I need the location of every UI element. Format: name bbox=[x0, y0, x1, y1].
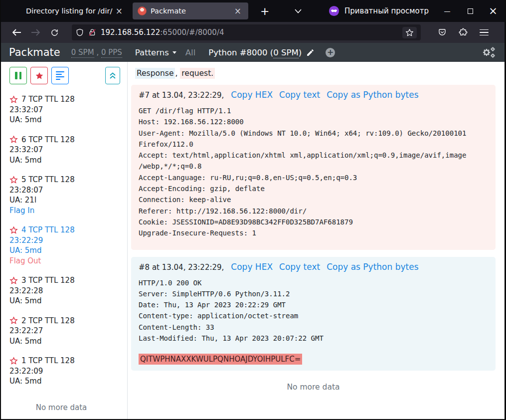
stream-detail-pane: Response, request. #7 at 13.04, 23:22:29… bbox=[128, 62, 505, 419]
edit-pencil-icon[interactable] bbox=[306, 48, 315, 57]
add-service-button[interactable]: + bbox=[326, 48, 335, 57]
flag-match-line: QITWPHNAXXKWULPQNHOAJDYOIHPULFC= bbox=[139, 355, 488, 364]
star-icon bbox=[35, 71, 44, 80]
new-tab-button[interactable]: + bbox=[256, 5, 273, 17]
window-minimize-button[interactable]: — bbox=[436, 0, 459, 22]
settings-gears-icon[interactable] bbox=[482, 46, 497, 58]
packet-list-item[interactable]: 2 TCP TTL 128 23:22:27 UA: 5md bbox=[9, 316, 127, 347]
pocket-icon[interactable] bbox=[434, 25, 451, 40]
collapse-all-button[interactable] bbox=[105, 67, 120, 84]
tab-title: Packmate bbox=[151, 7, 232, 15]
extensions-puzzle-icon[interactable] bbox=[455, 25, 472, 40]
tab-packmate[interactable]: Packmate × bbox=[133, 2, 248, 19]
app-brand[interactable]: Packmate bbox=[9, 46, 60, 58]
url-text[interactable]: 192.168.56.122:65000/#/8000/4 bbox=[101, 28, 398, 37]
packet-list-item[interactable]: 5 TCP TTL 128 23:28:07 UA: 21l Flag In bbox=[9, 175, 127, 215]
private-mask-icon bbox=[329, 5, 339, 16]
packet-header: #8 at 13.04, 23:22:29, bbox=[139, 263, 224, 272]
url-bar[interactable]: 192.168.56.122:65000/#/8000/4 bbox=[72, 24, 421, 40]
forward-button[interactable] bbox=[27, 25, 44, 40]
packet-ua: UA: 5md bbox=[9, 336, 127, 347]
packet-time: 23:22:28 bbox=[9, 286, 127, 296]
favorite-star-icon[interactable] bbox=[9, 357, 18, 365]
packet-time: 23:22:09 bbox=[9, 366, 127, 377]
list-icon bbox=[56, 71, 64, 80]
chevron-down-icon bbox=[172, 51, 176, 54]
browser-navbar: 192.168.56.122:65000/#/8000/4 bbox=[1, 22, 505, 43]
packet-ua: UA: 5md bbox=[9, 245, 127, 256]
list-all-tabs-icon[interactable] bbox=[282, 9, 315, 13]
favorite-star-icon[interactable] bbox=[9, 176, 18, 184]
pause-capture-button[interactable] bbox=[9, 67, 27, 84]
packet-time: 23:28:07 bbox=[9, 185, 127, 196]
sidebar-no-more-data: No more data bbox=[9, 403, 113, 412]
tab-close-icon[interactable]: × bbox=[114, 7, 125, 15]
window-close-button[interactable]: × bbox=[482, 0, 505, 22]
packet-ua: UA: 21l bbox=[9, 195, 127, 206]
copy-python-bytes-link[interactable]: Copy as Python bytes bbox=[327, 262, 418, 272]
packet-card-response: #8 at 13.04, 23:22:29, Copy HEX Copy tex… bbox=[131, 257, 496, 371]
legend-request-chip: request. bbox=[180, 68, 215, 79]
packet-time: 23:22:27 bbox=[9, 326, 127, 336]
bookmark-star-icon[interactable] bbox=[402, 27, 417, 38]
packet-payload: GET /dir/flag HTTP/1.1 Host: 192.168.56.… bbox=[139, 105, 488, 239]
reload-button[interactable] bbox=[46, 25, 63, 40]
favorite-star-icon[interactable] bbox=[9, 316, 18, 325]
favorite-star-icon[interactable] bbox=[9, 135, 18, 144]
flag-highlight: QITWPHNAXXKWULPQNHOAJDYOIHPULFC= bbox=[139, 354, 302, 365]
service-current[interactable]: Python #8000 (0 SPM) bbox=[208, 48, 315, 57]
favorites-filter-button[interactable] bbox=[30, 67, 48, 84]
favorite-star-icon[interactable] bbox=[9, 276, 18, 285]
insecure-lock-icon[interactable] bbox=[88, 28, 96, 37]
packet-time: 23:32:07 bbox=[9, 105, 127, 115]
tab-directory-listing[interactable]: Directory listing for /dir/ × bbox=[14, 2, 130, 19]
packet-header: #7 at 13.04, 23:22:29, bbox=[139, 91, 224, 100]
sidebar-toolbar bbox=[9, 67, 127, 84]
browser-titlebar: Directory listing for /dir/ × Packmate ×… bbox=[1, 0, 505, 22]
packet-card-request: #7 at 13.04, 23:22:29, Copy HEX Copy tex… bbox=[131, 85, 496, 250]
packet-list-item[interactable]: 3 TCP TTL 128 23:22:28 UA: 5md bbox=[9, 275, 127, 306]
packmate-favicon-icon bbox=[138, 6, 147, 15]
copy-hex-link[interactable]: Copy HEX bbox=[231, 262, 273, 272]
copy-actions: Copy HEX Copy text Copy as Python bytes bbox=[231, 90, 418, 100]
tab-strip: Directory listing for /dir/ × Packmate ×… bbox=[1, 0, 273, 22]
traffic-stats: 0 SPM , 0 PPS bbox=[71, 48, 122, 57]
copy-text-link[interactable]: Copy text bbox=[279, 262, 320, 272]
back-button[interactable] bbox=[8, 25, 25, 40]
packet-time: 23:32:07 bbox=[9, 145, 127, 155]
menu-hamburger-icon[interactable] bbox=[476, 25, 493, 40]
tracking-shield-icon[interactable] bbox=[76, 28, 84, 37]
main-no-more-data: No more data bbox=[131, 383, 496, 392]
legend-response-chip: Response bbox=[135, 68, 175, 79]
copy-actions: Copy HEX Copy text Copy as Python bytes bbox=[231, 262, 418, 272]
toolbar-icons bbox=[434, 25, 493, 40]
private-browsing-badge: Приватный просмотр bbox=[329, 5, 429, 16]
packmate-header: Packmate 0 SPM , 0 PPS Patterns All Pyth… bbox=[1, 43, 505, 62]
packet-ua: UA: 5md bbox=[9, 296, 127, 306]
packet-ua: UA: 5md bbox=[9, 376, 127, 387]
tab-close-icon[interactable]: × bbox=[232, 7, 243, 15]
favorite-star-icon[interactable] bbox=[9, 226, 18, 234]
pause-icon bbox=[15, 72, 21, 79]
packet-payload: HTTP/1.0 200 OK Server: SimpleHTTP/0.6 P… bbox=[139, 277, 488, 344]
packet-ua: UA: 5md bbox=[9, 155, 127, 166]
packet-list-item[interactable]: 7 TCP TTL 128 23:32:07 UA: 5md bbox=[9, 94, 127, 125]
window-maximize-button[interactable] bbox=[459, 0, 482, 22]
packet-list-item[interactable]: 6 TCP TTL 128 23:32:07 UA: 5md bbox=[9, 135, 127, 166]
copy-text-link[interactable]: Copy text bbox=[279, 90, 320, 100]
flag-out-link[interactable]: Flag Out bbox=[9, 256, 127, 266]
private-label: Приватный просмотр bbox=[344, 6, 429, 15]
copy-python-bytes-link[interactable]: Copy as Python bytes bbox=[327, 90, 418, 100]
double-chevron-up-icon bbox=[109, 72, 116, 80]
list-view-button[interactable] bbox=[51, 67, 69, 84]
packet-ua: UA: 5md bbox=[9, 115, 127, 125]
packet-list-item[interactable]: 1 TCP TTL 128 23:22:09 UA: 5md bbox=[9, 356, 127, 387]
packet-sidebar: 7 TCP TTL 128 23:32:07 UA: 5md 6 TCP TTL… bbox=[1, 62, 128, 419]
patterns-dropdown[interactable]: Patterns bbox=[135, 48, 176, 57]
packet-list-item-selected[interactable]: 4 TCP TTL 128 23:22:29 UA: 5md Flag Out bbox=[9, 225, 127, 266]
copy-hex-link[interactable]: Copy HEX bbox=[231, 90, 273, 100]
flag-in-link[interactable]: Flag In bbox=[9, 206, 127, 216]
titlebar-right: Приватный просмотр — × bbox=[282, 0, 505, 22]
service-all-link[interactable]: All bbox=[185, 48, 195, 57]
favorite-star-icon[interactable] bbox=[9, 95, 18, 104]
